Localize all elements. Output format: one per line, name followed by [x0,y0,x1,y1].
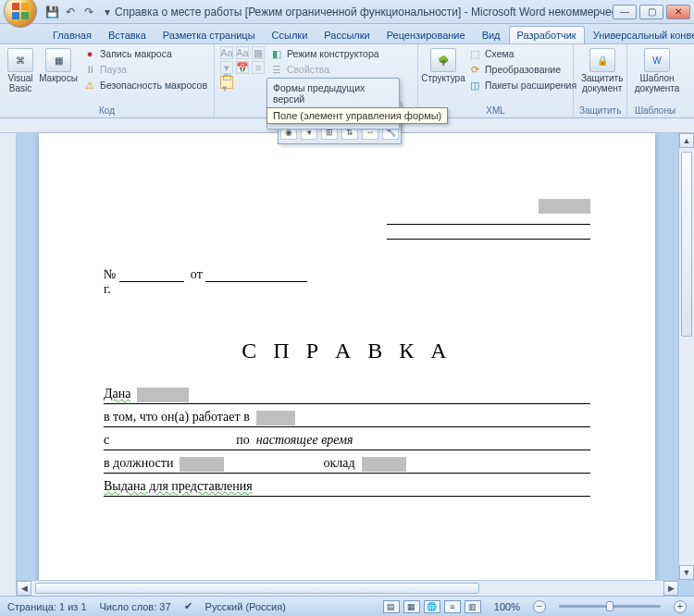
transform-label: Преобразование [485,64,561,75]
expansion-icon: ◫ [468,79,481,92]
structure-icon: 🌳 [430,48,456,72]
control-aa2-icon: Aa [236,46,249,59]
text-given: Дана [104,387,130,400]
doc-date-field[interactable] [205,269,307,282]
macros-button[interactable]: ▦ Макросы [39,46,78,85]
transform-icon: ⟳ [468,63,481,76]
protect-icon: 🔒 [589,48,615,72]
properties-label: Свойства [287,64,329,75]
design-mode-button[interactable]: ◧Режим конструктора [268,46,381,61]
control-date-icon: 📅 [236,61,249,74]
status-zoom-value[interactable]: 100% [494,601,520,612]
save-icon[interactable]: 💾 [44,5,59,19]
v-scroll-thumb[interactable] [681,152,692,337]
zoom-slider[interactable] [559,605,661,608]
record-icon: ● [83,47,96,60]
properties-button[interactable]: ☰Свойства [268,62,381,77]
design-icon: ◧ [270,47,283,60]
scroll-left-icon[interactable]: ◀ [17,581,31,596]
tab-mailings[interactable]: Рассылки [316,26,378,43]
tab-home[interactable]: Главная [44,26,100,43]
control-pic-icon: ▦ [252,46,265,59]
form-field-org[interactable] [539,199,590,214]
header-line-1 [387,224,590,225]
zoom-out-button[interactable]: − [533,600,546,613]
outline-view[interactable]: ≡ [444,600,461,613]
legacy-tools-button[interactable]: 🗀▾ [220,76,233,89]
doc-from-label: от [191,267,203,281]
pause-recording-button[interactable]: ⏸Пауза [81,62,209,77]
vertical-scrollbar[interactable]: ▲ ▼ [678,133,694,580]
expansion-label: Пакеты расширения [485,80,576,91]
text-works-at: в том, что он(а) работает в [104,410,250,424]
tab-udc[interactable]: Универсальный конвертер документов [585,26,694,43]
control-list-icon: ≡ [252,61,265,74]
schema-label: Схема [485,48,514,59]
transform-button[interactable]: ⟳Преобразование [466,62,578,77]
h-scroll-thumb[interactable] [35,583,479,594]
tab-insert[interactable]: Вставка [100,26,155,43]
vertical-ruler[interactable] [0,133,17,596]
scroll-down-icon[interactable]: ▼ [679,565,694,580]
document-title: С П Р А В К А [104,339,590,363]
visual-basic-button[interactable]: ⌘ Visual Basic [6,46,35,95]
tab-pagelayout[interactable]: Разметка страницы [155,26,264,43]
office-logo-icon [12,3,29,19]
tab-review[interactable]: Рецензирование [378,26,474,43]
close-button[interactable]: ✕ [666,5,690,19]
qat-customize-icon[interactable]: ▾ [100,5,115,19]
text-position: в должности [104,456,173,470]
template-label: Шаблон документа [635,73,680,93]
scroll-up-icon[interactable]: ▲ [679,133,694,148]
field-date-from[interactable] [113,437,233,450]
doc-number-label: № [104,267,116,281]
quick-access-toolbar: 💾 ↶ ↷ ▾ [44,5,115,19]
form-field-position[interactable] [180,457,224,472]
fullscreen-view[interactable]: ▦ [403,600,420,613]
proofing-icon: ✔ [184,600,192,612]
document-page[interactable]: № от г. С П Р А В К А Дана в том, что он… [39,133,655,596]
ribbon: ⌘ Visual Basic ▦ Макросы ●Запись макроса… [0,44,694,118]
expansion-button[interactable]: ◫Пакеты расширения [466,78,578,92]
form-field-name[interactable] [137,388,189,402]
warning-icon: ⚠ [83,79,96,92]
structure-button[interactable]: 🌳 Структура [424,46,463,85]
window-controls: — ▢ ✕ [613,5,690,19]
titlebar: 💾 ↶ ↷ ▾ Справка о месте работы [Режим ог… [0,0,694,24]
protect-label: Защитить документ [581,73,623,93]
form-field-salary[interactable] [362,457,406,472]
statusbar: Страница: 1 из 1 Число слов: 37 ✔ Русски… [0,596,694,616]
doc-number-field[interactable] [119,269,184,282]
status-language[interactable]: Русский (Россия) [205,601,286,612]
maximize-button[interactable]: ▢ [639,5,663,19]
tab-developer[interactable]: Разработчик [509,26,585,43]
form-field-company[interactable] [256,411,295,425]
template-button[interactable]: W Шаблон документа [633,46,681,95]
legacy-popup-title: Формы предыдущих версий [271,80,395,106]
structure-label: Структура [421,73,465,83]
macro-security-button[interactable]: ⚠Безопасность макросов [81,78,209,92]
zoom-thumb[interactable] [606,601,613,611]
tab-references[interactable]: Ссылки [264,26,316,43]
window-title: Справка о месте работы [Режим ограниченн… [115,6,613,18]
text-present: настоящее время [256,433,353,447]
horizontal-scrollbar[interactable]: ◀ ▶ [17,580,678,596]
protect-document-button[interactable]: 🔒 Защитить документ [579,46,625,95]
draft-view[interactable]: ▥ [465,600,481,613]
properties-icon: ☰ [270,63,283,76]
status-words[interactable]: Число слов: 37 [100,601,171,612]
web-view[interactable]: 🌐 [424,600,440,613]
zoom-in-button[interactable]: + [674,600,687,613]
print-layout-view[interactable]: ▤ [383,600,400,613]
tab-view[interactable]: Вид [474,26,509,43]
control-aa-icon: Aa [220,46,233,59]
record-macro-button[interactable]: ●Запись макроса [81,46,209,61]
redo-icon[interactable]: ↷ [81,5,96,19]
scroll-right-icon[interactable]: ▶ [663,581,678,596]
document-viewport: № от г. С П Р А В К А Дана в том, что он… [0,118,694,596]
status-page[interactable]: Страница: 1 из 1 [7,601,87,612]
minimize-button[interactable]: — [613,5,637,19]
undo-icon[interactable]: ↶ [63,5,78,19]
schema-button[interactable]: ⬚Схема [466,46,578,61]
status-proofing[interactable]: ✔ [184,600,192,612]
